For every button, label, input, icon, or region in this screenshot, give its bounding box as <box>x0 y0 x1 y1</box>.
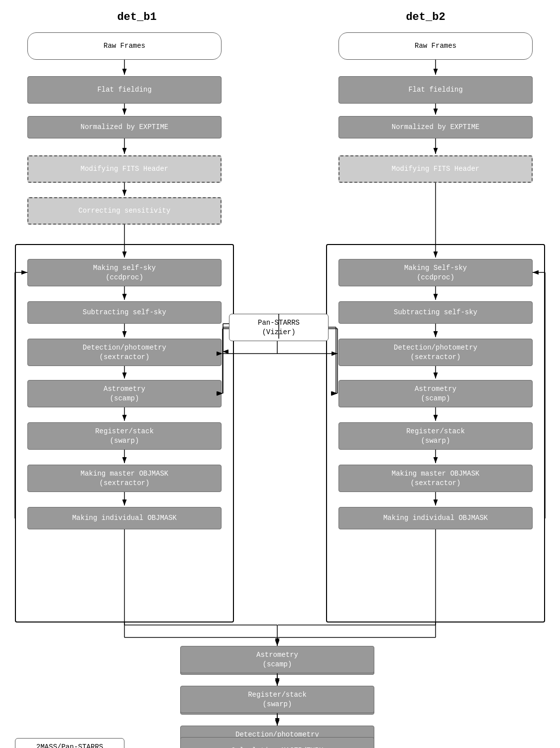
raw-frames-right: Raw Frames <box>338 32 533 60</box>
corr-sensitivity-left: Correcting sensitivity <box>27 197 222 225</box>
flat-fielding-right: Flat fielding <box>338 76 533 104</box>
objmask-left: Making master OBJMASK (sextractor) <box>27 465 222 492</box>
regstack-right: Register/stack (swarp) <box>338 422 533 450</box>
magzp-box: Calculating MAGZP/THRU <box>180 737 374 748</box>
twomass-box: 2MASS/Pan-STARRS (MAST) <box>15 738 124 748</box>
flat-fielding-left: Flat fielding <box>27 76 222 104</box>
objmask-right: Making master OBJMASK (sextractor) <box>338 465 533 492</box>
regstack-left: Register/stack (swarp) <box>27 422 222 450</box>
detect-right: Detection/photometry (sextractor) <box>338 339 533 366</box>
ind-objmask-right: Making individual OBJMASK <box>338 507 533 529</box>
col-header-left: det_b1 <box>25 11 249 23</box>
astro-bottom-box: Astrometry (scamp) <box>180 646 374 673</box>
col-header-right: det_b2 <box>314 11 538 23</box>
diagram-container: det_b1 det_b2 Raw Frames Flat fielding N… <box>0 0 560 748</box>
norm-exptime-right: Normalized by EXPTIME <box>338 116 533 138</box>
regstack-bottom-box: Register/stack (swarp) <box>180 686 374 713</box>
sub-sky-right: Subtracting self-sky <box>338 301 533 324</box>
sub-sky-left: Subtracting self-sky <box>27 301 222 324</box>
self-sky-right: Making Self-sky (ccdproc) <box>338 259 533 286</box>
astro-right: Astrometry (scamp) <box>338 380 533 407</box>
detect-left: Detection/photometry (sextractor) <box>27 339 222 366</box>
panstarrs-box: Pan-STARRS (Vizier) <box>229 314 329 341</box>
raw-frames-left: Raw Frames <box>27 32 222 60</box>
self-sky-left: Making self-sky (ccdproc) <box>27 259 222 286</box>
norm-exptime-left: Normalized by EXPTIME <box>27 116 222 138</box>
ind-objmask-left: Making individual OBJMASK <box>27 507 222 529</box>
fits-header-left: Modifying FITS Header <box>27 155 222 183</box>
fits-header-right: Modifying FITS Header <box>338 155 533 183</box>
astro-left: Astrometry (scamp) <box>27 380 222 407</box>
